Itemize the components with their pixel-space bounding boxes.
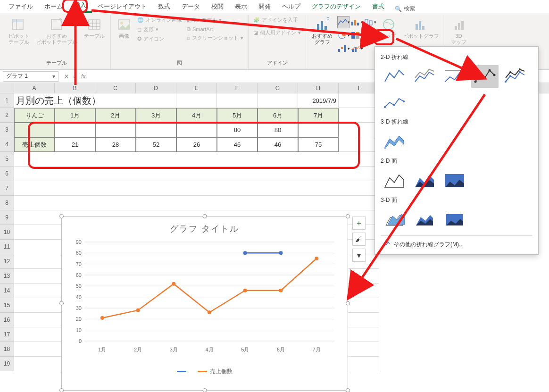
row-header[interactable]: 11	[0, 240, 14, 254]
cell[interactable]: 7月	[298, 108, 339, 123]
tab-home[interactable]: ホーム	[39, 0, 68, 13]
row-header[interactable]: 8	[0, 196, 14, 210]
cell[interactable]	[339, 137, 379, 152]
cell[interactable]	[14, 123, 55, 137]
cell[interactable]	[258, 93, 298, 108]
row-header[interactable]: 7	[0, 181, 14, 196]
stacked-line-markers-chart-type[interactable]	[501, 65, 529, 88]
tab-formulas[interactable]: 数式	[152, 0, 176, 13]
resize-handle[interactable]	[346, 214, 350, 218]
row-header[interactable]: 18	[0, 342, 14, 357]
cell[interactable]	[14, 181, 379, 196]
col-header[interactable]: D	[136, 83, 176, 93]
cell[interactable]	[298, 123, 339, 137]
cell[interactable]	[136, 123, 176, 137]
row-header[interactable]: 10	[0, 225, 14, 240]
tab-review[interactable]: 校閲	[206, 0, 229, 13]
chart-styles-button[interactable]: 🖌	[352, 233, 366, 246]
icons-button[interactable]: ✪アイコン	[136, 35, 183, 43]
cell[interactable]: 2月	[95, 108, 136, 123]
stacked-line-chart-type[interactable]	[411, 65, 438, 88]
row-header[interactable]: 2	[0, 108, 14, 123]
chart-filters-button[interactable]: ▾	[352, 249, 366, 262]
chart-elements-button[interactable]: ＋	[352, 217, 366, 230]
smartart-button[interactable]: ⧉SmartArt	[186, 25, 244, 33]
cell[interactable]: 21	[55, 137, 95, 152]
tab-view[interactable]: 表示	[229, 0, 253, 13]
cell-title[interactable]: 月別の売上（個数）	[14, 93, 176, 108]
cell[interactable]	[339, 108, 379, 123]
3d-line-chart-type[interactable]	[381, 130, 408, 152]
resize-handle[interactable]	[346, 388, 350, 392]
cell[interactable]: りんご	[14, 108, 55, 123]
pivottable-button[interactable]: ピボット テーブル	[7, 16, 31, 46]
row-header[interactable]: 16	[0, 313, 14, 327]
cell[interactable]: 52	[136, 137, 176, 152]
100stacked-line-markers-chart-type[interactable]	[381, 91, 408, 113]
more-line-charts-button[interactable]: その他の折れ線グラフ(M)...	[381, 235, 532, 252]
line-markers-chart-type[interactable]	[471, 65, 499, 88]
enter-icon[interactable]: ✓	[73, 73, 77, 80]
col-header[interactable]: A	[14, 83, 55, 93]
cell[interactable]: 5月	[217, 108, 258, 123]
cell[interactable]	[339, 93, 379, 108]
search-box[interactable]: 🔍 検索	[395, 5, 415, 13]
row-header[interactable]: 3	[0, 123, 14, 137]
pictures-button[interactable]: 画像	[115, 16, 133, 40]
insert-pie-chart-button[interactable]: ▾	[337, 29, 349, 42]
col-header[interactable]: I	[339, 83, 379, 93]
tab-help[interactable]: ヘルプ	[276, 0, 306, 13]
select-all-corner[interactable]	[0, 83, 14, 93]
cell[interactable]: 28	[95, 137, 136, 152]
table-button[interactable]: テーブル	[82, 16, 107, 40]
cell[interactable]: 4月	[176, 108, 217, 123]
insert-scatter-chart-button[interactable]: ▾	[364, 29, 376, 42]
100stacked-area-chart-type[interactable]	[441, 169, 468, 192]
stacked-area-chart-type[interactable]	[411, 169, 438, 192]
tab-data[interactable]: データ	[176, 0, 206, 13]
tab-developer[interactable]: 開発	[253, 0, 276, 13]
row-header[interactable]: 15	[0, 298, 14, 313]
insert-statistic-chart-button[interactable]: ▾	[364, 16, 376, 28]
insert-waterfall-chart-button[interactable]: ▾	[337, 42, 349, 55]
row-header[interactable]: 6	[0, 167, 14, 181]
chart-title[interactable]: グラフ タイトル	[62, 217, 348, 237]
row-header[interactable]: 5	[0, 152, 14, 167]
3d-area-chart-type[interactable]	[381, 208, 408, 231]
col-header[interactable]: H	[298, 83, 339, 93]
resize-handle[interactable]	[203, 214, 207, 218]
shapes-button[interactable]: ◻図形▾	[136, 25, 183, 33]
row-header[interactable]: 1	[0, 93, 14, 108]
fx-icon[interactable]: fx	[81, 73, 85, 80]
cell-date[interactable]: 2019/7/9	[298, 93, 339, 108]
chart-plot-area[interactable]: 01020304050607080901月2月3月4月5月6月7月	[62, 237, 348, 365]
tab-insert[interactable]: 挿入	[68, 0, 92, 13]
cell[interactable]: 46	[258, 137, 298, 152]
pivotchart-button[interactable]: ピボットグラフ	[401, 16, 441, 40]
cell[interactable]	[14, 167, 379, 181]
3dmodels-button[interactable]: ◧3D モデル▾	[186, 16, 244, 24]
tab-file[interactable]: ファイル	[3, 0, 39, 13]
insert-column-chart-button[interactable]: ▾	[350, 16, 363, 28]
resize-handle[interactable]	[59, 214, 64, 218]
row-header[interactable]: 17	[0, 327, 14, 342]
col-header[interactable]: C	[95, 83, 136, 93]
cell[interactable]: 75	[298, 137, 339, 152]
cell[interactable]	[14, 152, 379, 167]
3d-stacked-area-chart-type[interactable]	[411, 208, 438, 231]
my-addins-button[interactable]: ◪個人用アドイン▾	[252, 29, 302, 37]
cell[interactable]: 26	[176, 137, 217, 152]
maps-button[interactable]: マップ	[379, 16, 398, 40]
row-header[interactable]: 12	[0, 254, 14, 269]
insert-combo-chart-button[interactable]: ▾	[350, 42, 363, 55]
row-header[interactable]: 14	[0, 284, 14, 298]
insert-hierarchy-chart-button[interactable]: ▾	[350, 29, 363, 42]
col-header[interactable]: B	[55, 83, 95, 93]
cell[interactable]	[217, 93, 258, 108]
tab-pagelayout[interactable]: ページレイアウト	[92, 0, 152, 13]
tab-format[interactable]: 書式	[366, 0, 390, 13]
3dmap-button[interactable]: 3D マップ	[449, 16, 468, 46]
row-header[interactable]: 4	[0, 137, 14, 152]
tab-chartdesign[interactable]: グラフのデザイン	[306, 0, 366, 13]
col-header[interactable]: E	[176, 83, 217, 93]
